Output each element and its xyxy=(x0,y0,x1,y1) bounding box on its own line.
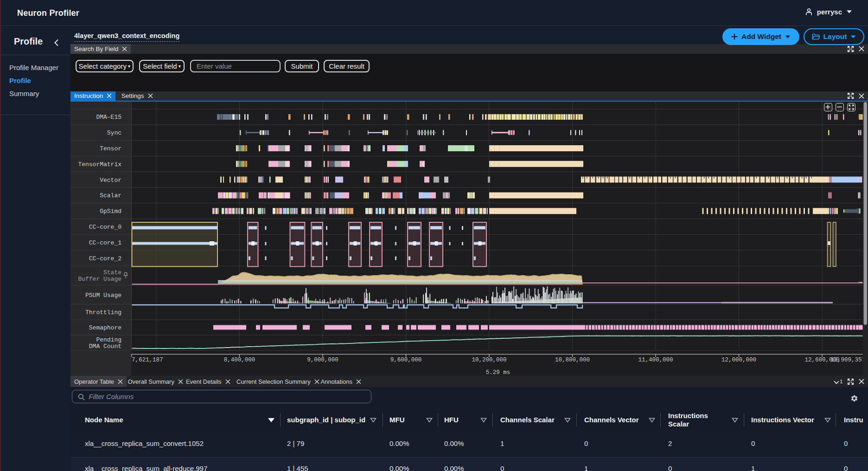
svg-text:CC–core_0: CC–core_0 xyxy=(89,224,121,231)
svg-text:DMA Count: DMA Count xyxy=(89,343,121,350)
svg-text:Throttling: Throttling xyxy=(85,309,121,316)
svg-text:12,909,357: 12,909,357 xyxy=(830,357,865,363)
svg-text:GpSimd: GpSimd xyxy=(100,208,121,215)
svg-text:12,000,000: 12,000,000 xyxy=(721,357,756,363)
svg-text:TensorMatrix: TensorMatrix xyxy=(78,161,121,168)
svg-text:9,000,000: 9,000,000 xyxy=(307,357,338,363)
svg-text:9,600,000: 9,600,000 xyxy=(390,357,422,363)
svg-text:Buffer Usage: Buffer Usage xyxy=(78,276,121,283)
svg-text:DMA–E15: DMA–E15 xyxy=(96,114,121,121)
svg-text:10,200,000: 10,200,000 xyxy=(472,357,506,363)
svg-text:Vector: Vector xyxy=(100,177,121,184)
svg-text:PSUM Usage: PSUM Usage xyxy=(85,292,121,299)
svg-text:Scalar: Scalar xyxy=(100,192,121,199)
svg-text:Semaphore: Semaphore xyxy=(89,324,121,331)
svg-text:5.29 ms: 5.29 ms xyxy=(486,369,511,376)
svg-text:CC–core_1: CC–core_1 xyxy=(89,239,121,246)
svg-text:Tensor: Tensor xyxy=(100,145,121,152)
svg-text:7,621,187: 7,621,187 xyxy=(132,357,163,363)
svg-text:8,400,000: 8,400,000 xyxy=(224,357,255,363)
svg-text:CC–core_2: CC–core_2 xyxy=(89,255,121,262)
svg-text:Sync: Sync xyxy=(107,129,121,136)
svg-text:11,400,000: 11,400,000 xyxy=(638,357,673,363)
svg-text:10,800,000: 10,800,000 xyxy=(555,357,590,363)
